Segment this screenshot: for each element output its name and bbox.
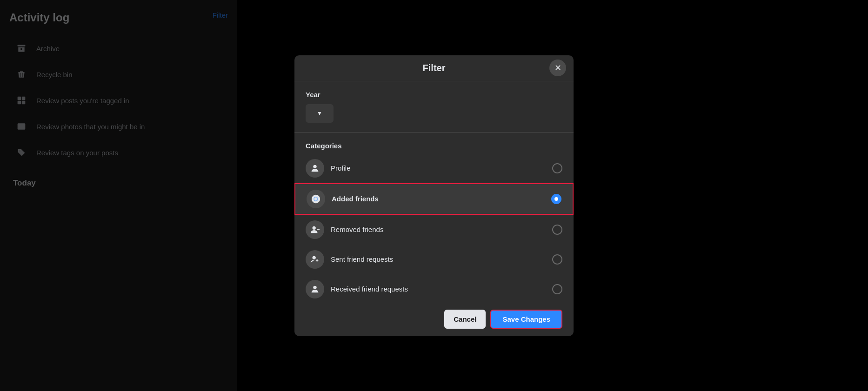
category-name: Sent friend requests	[331, 255, 552, 263]
year-label: Year	[306, 91, 562, 99]
modal-body: Year ▼ Categories Profile Added friends	[294, 81, 574, 302]
radio-profile[interactable]	[552, 163, 562, 173]
save-changes-button[interactable]: Save Changes	[490, 310, 562, 329]
radio-sent-requests[interactable]	[552, 254, 562, 265]
modal-title: Filter	[423, 63, 446, 73]
categories-label: Categories	[306, 142, 562, 150]
svg-point-12	[313, 285, 316, 289]
divider	[294, 132, 574, 133]
removed-friends-icon	[306, 220, 324, 239]
category-name: Received friend requests	[331, 285, 552, 293]
received-requests-icon	[306, 280, 324, 298]
filter-modal: Filter ✕ Year ▼ Categories Profile	[294, 55, 574, 336]
radio-received-requests[interactable]	[552, 284, 562, 294]
category-item-received-requests[interactable]: Received friend requests	[306, 274, 562, 302]
radio-added-friends[interactable]	[551, 194, 561, 204]
category-name: Added friends	[332, 195, 551, 203]
profile-icon	[306, 159, 324, 178]
category-name: Profile	[331, 164, 552, 172]
close-button[interactable]: ✕	[549, 60, 566, 76]
category-item-added-friends[interactable]: Added friends	[294, 183, 574, 215]
svg-point-9	[313, 226, 316, 229]
sent-requests-icon	[306, 250, 324, 269]
chevron-down-icon: ▼	[317, 110, 322, 117]
category-item-removed-friends[interactable]: Removed friends	[306, 215, 562, 245]
year-dropdown[interactable]: ▼	[306, 104, 334, 123]
modal-header: Filter ✕	[294, 55, 574, 81]
added-friends-icon	[307, 190, 325, 208]
svg-point-7	[313, 165, 316, 168]
cancel-button[interactable]: Cancel	[444, 310, 486, 329]
svg-point-11	[313, 256, 316, 259]
modal-footer: Cancel Save Changes	[294, 302, 574, 336]
category-item-profile[interactable]: Profile	[306, 153, 562, 183]
category-item-sent-requests[interactable]: Sent friend requests	[306, 245, 562, 274]
categories-list: Profile Added friends Removed friends	[294, 153, 574, 302]
category-name: Removed friends	[331, 225, 552, 233]
radio-removed-friends[interactable]	[552, 225, 562, 235]
